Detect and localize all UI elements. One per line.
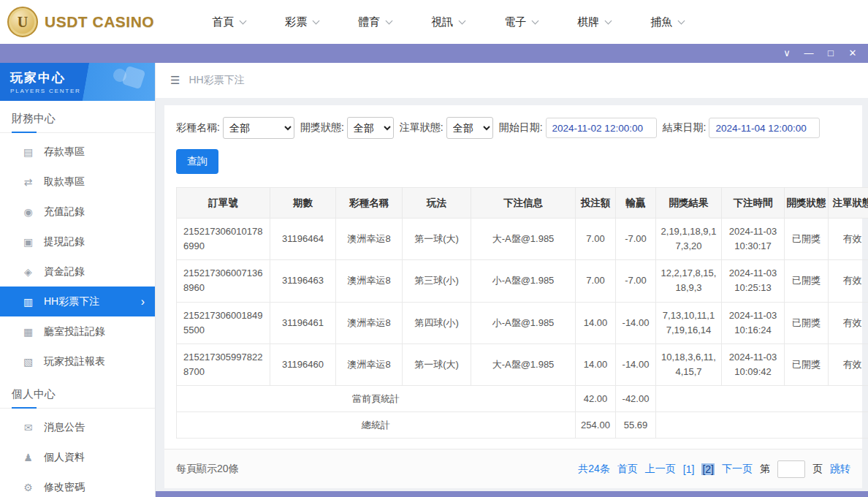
brand-logo[interactable]: U USDT CASINO [0, 7, 154, 37]
withdraw-icon: ⇄ [22, 176, 34, 188]
draw-status-label: 開獎狀態: [300, 121, 344, 134]
nav-item-sports[interactable]: 體育 [338, 0, 411, 44]
cell-draw_result: 10,18,3,6,11,4,15,7 [656, 344, 722, 385]
bets-table: 訂單號期數彩種名稱玩法下注信息投注額輸贏開獎結果下注時間開獎狀態注單狀態 215… [176, 187, 868, 439]
window-controls: ∨—□✕ [779, 44, 868, 63]
draw-status-filter: 開獎狀態: 全部 [300, 117, 394, 139]
lottery-bet-icon: ▥ [22, 296, 34, 308]
sidebar-item-label: HH彩票下注 [44, 295, 99, 308]
total-count: 共24条 [578, 463, 610, 476]
sidebar-item-profile[interactable]: ♟個人資料 [0, 442, 155, 472]
page-jump-input[interactable] [777, 460, 805, 478]
sidebar-section-title: 財務中心 [0, 101, 155, 133]
sidebar-item-label: 充值記錄 [44, 205, 85, 219]
nav-item-chess[interactable]: 棋牌 [557, 0, 631, 44]
sidebar-item-cashout-records[interactable]: ▣提現記錄 [0, 227, 155, 257]
cell-order_no: 2152173060018495500 [177, 302, 270, 344]
sidebar-item-hh-lottery-bets[interactable]: ▥HH彩票下注› [0, 287, 155, 316]
sidebar-item-recharge-records[interactable]: ◉充值記錄 [0, 197, 155, 227]
filter-bar: 彩種名稱: 全部 開獎狀態: 全部 注單狀態: 全部 開始日期: [164, 105, 862, 139]
main-nav: 首頁彩票體育視訊電子棋牌捕魚 [192, 0, 704, 44]
sidebar-item-player-bet-report[interactable]: ▧玩家投註報表 [0, 346, 155, 376]
cell-period: 31196461 [270, 302, 336, 344]
column-header-play_type: 玩法 [403, 188, 471, 219]
prev-page-link[interactable]: 上一页 [645, 463, 676, 476]
end-date-input[interactable] [709, 118, 820, 138]
cell-order_no: 2152173059978228700 [177, 344, 270, 385]
minimize-icon[interactable]: — [801, 44, 817, 63]
next-page-link[interactable]: 下一页 [722, 463, 753, 476]
cell-order_status: 有效 [829, 302, 868, 344]
cashout-icon: ▣ [22, 236, 34, 248]
first-page-link[interactable]: 首页 [617, 463, 638, 476]
lottery-name-label: 彩種名稱: [176, 121, 220, 134]
cell-play_type: 第四球(小) [403, 302, 471, 344]
funds-icon: ◈ [22, 266, 34, 278]
table-wrap: 訂單號期數彩種名稱玩法下注信息投注額輸贏開獎結果下注時間開獎狀態注單狀態 215… [164, 187, 862, 439]
sidebar-item-label: 提現記錄 [44, 235, 85, 248]
column-header-bet_time: 下注時間 [722, 188, 785, 219]
section-label: 個人中心 [12, 387, 56, 400]
page-link-2[interactable]: [2] [701, 463, 715, 475]
page-link-1[interactable]: [1] [683, 463, 695, 475]
summary-label: 總統計 [177, 412, 576, 439]
cell-lottery_name: 澳洲幸运8 [336, 302, 403, 344]
sidebar-item-change-password[interactable]: ⚙修改密碼 [0, 472, 155, 497]
cell-win_loss: -7.00 [616, 260, 656, 302]
cell-order_no: 2152173060101786990 [177, 219, 270, 260]
nav-item-label: 捕魚 [650, 15, 672, 29]
players-center-text: 玩家中心 PLAYERS CENTER [10, 69, 81, 94]
column-header-lottery_name: 彩種名稱 [336, 188, 403, 219]
cell-draw_result: 2,19,1,18,9,17,3,20 [656, 219, 722, 260]
sidebar-section-title: 個人中心 [0, 376, 155, 409]
sidebar-subtitle: PLAYERS CENTER [10, 88, 81, 94]
sidebar-item-announcements[interactable]: ✉消息公告 [0, 412, 155, 442]
cell-period: 31196464 [270, 219, 336, 260]
maximize-icon[interactable]: □ [823, 44, 839, 63]
bottom-bar [156, 491, 868, 497]
sidebar-item-label: 玩家投註報表 [44, 355, 105, 368]
cell-bet_time: 2024-11-03 10:25:13 [722, 260, 785, 302]
column-header-win_loss: 輸贏 [616, 188, 656, 219]
nav-item-live-video[interactable]: 視訊 [411, 0, 484, 44]
sidebar-item-funds-records[interactable]: ◈資金記錄 [0, 257, 155, 287]
close-icon[interactable]: ✕ [845, 44, 861, 63]
sidebar-item-label: 消息公告 [44, 421, 85, 434]
column-header-bet_amount: 投注額 [576, 188, 616, 219]
cell-play_type: 第三球(小) [403, 260, 471, 302]
sidebar-item-hall-bet-records[interactable]: ▦廳室投註記錄 [0, 316, 155, 346]
table-row: 215217305997822870031196460澳洲幸运8第一球(大)大-… [177, 344, 868, 385]
order-status-filter: 注單狀態: 全部 [400, 117, 493, 139]
nav-item-home[interactable]: 首頁 [192, 0, 265, 44]
summary-row: 總統計254.0055.69 [177, 412, 868, 439]
search-button[interactable]: 查詢 [176, 149, 218, 174]
order-status-select[interactable]: 全部 [446, 117, 493, 139]
cell-lottery_name: 澳洲幸运8 [336, 344, 403, 385]
cell-bet_time: 2024-11-03 10:16:24 [722, 302, 785, 344]
start-date-input[interactable] [546, 118, 657, 138]
window-titlebar: ∨—□✕ [0, 44, 868, 63]
table-header-row: 訂單號期數彩種名稱玩法下注信息投注額輸贏開獎結果下注時間開獎狀態注單狀態 [177, 188, 868, 219]
collapse-icon[interactable]: ∨ [779, 44, 795, 63]
menu-icon[interactable]: ☰ [170, 74, 180, 87]
end-date-filter: 結束日期: [663, 118, 821, 138]
lottery-name-select[interactable]: 全部 [223, 117, 294, 139]
jump-button[interactable]: 跳转 [830, 463, 850, 476]
sidebar-item-withdraw-zone[interactable]: ⇄取款專區 [0, 167, 155, 197]
sidebar: 玩家中心 PLAYERS CENTER 財務中心▤存款專區⇄取款專區◉充值記錄▣… [0, 63, 156, 497]
chevron-down-icon [605, 17, 612, 24]
cell-bet_time: 2024-11-03 10:09:42 [722, 344, 785, 385]
end-date-label: 結束日期: [663, 121, 707, 134]
sidebar-item-deposit-zone[interactable]: ▤存款專區 [0, 137, 155, 167]
column-header-draw_status: 開獎狀態 [785, 188, 829, 219]
players-center-banner: 玩家中心 PLAYERS CENTER [0, 63, 155, 101]
cell-play_type: 第一球(大) [403, 344, 471, 385]
cell-bet_info: 大-A盤@1.985 [471, 219, 576, 260]
nav-item-lottery[interactable]: 彩票 [265, 0, 338, 44]
cell-draw_result: 7,13,10,11,17,19,16,14 [656, 302, 722, 344]
nav-item-label: 體育 [358, 15, 380, 29]
nav-item-fishing[interactable]: 捕魚 [631, 0, 704, 44]
nav-item-slots[interactable]: 電子 [484, 0, 557, 44]
brand-coin-icon: U [7, 7, 38, 37]
draw-status-select[interactable]: 全部 [347, 117, 394, 139]
